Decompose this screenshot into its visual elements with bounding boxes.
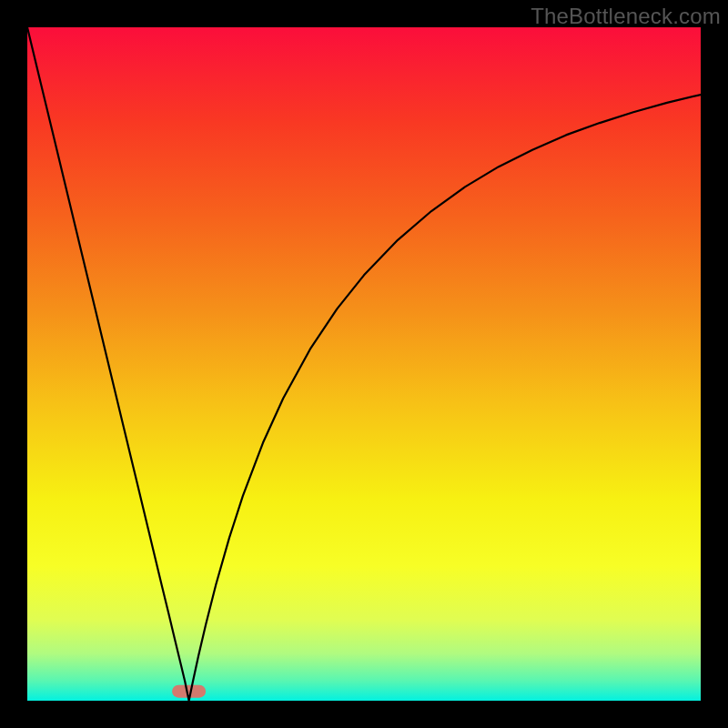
chart-svg [27, 27, 701, 701]
watermark: TheBottleneck.com [531, 4, 721, 29]
chart-container: TheBottleneck.com [0, 0, 728, 728]
minimum-marker [172, 685, 206, 698]
plot-area [27, 27, 701, 701]
chart-background [27, 27, 701, 701]
